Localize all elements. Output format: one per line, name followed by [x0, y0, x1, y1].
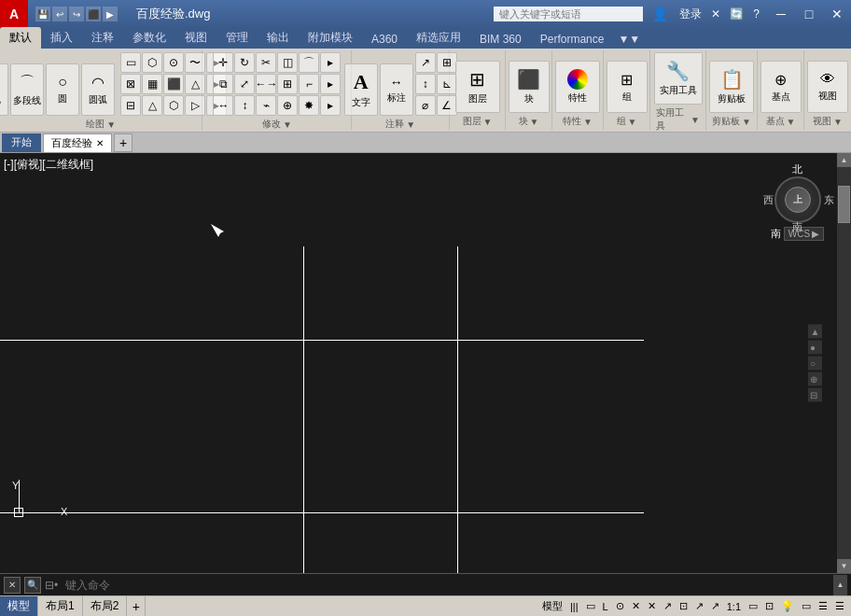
redo-button[interactable]: ↪: [69, 7, 84, 21]
modify-group-label[interactable]: 修改 ▼: [262, 118, 292, 131]
anno-toggle[interactable]: ▭: [746, 597, 760, 616]
trim-tool[interactable]: ✂: [256, 52, 276, 73]
scale-display[interactable]: 1:1: [724, 597, 744, 616]
hatch-tool[interactable]: ⊠: [120, 74, 141, 94]
command-input[interactable]: [62, 577, 830, 594]
customize-toggle[interactable]: ☰: [816, 597, 830, 616]
minimize-button[interactable]: ─: [767, 0, 795, 28]
modify-expand-icon[interactable]: ▼: [283, 119, 292, 130]
cmd-close-button[interactable]: ✕: [4, 577, 21, 594]
tab-insert[interactable]: 插入: [41, 27, 82, 49]
more-mod1[interactable]: ▸: [320, 52, 341, 73]
model-tab[interactable]: 模型: [0, 596, 38, 617]
tab-annotate[interactable]: 注释: [82, 27, 123, 49]
undo-button[interactable]: ↩: [52, 7, 67, 21]
close-button[interactable]: ✕: [823, 0, 851, 28]
zoom-btn4[interactable]: ⊕: [808, 372, 822, 386]
compass-circle[interactable]: 西 东 南 上: [774, 176, 821, 223]
gradient-tool[interactable]: ▦: [142, 74, 162, 94]
revision-tool[interactable]: △: [142, 95, 162, 116]
annotate-group-label[interactable]: 注释 ▼: [385, 118, 415, 131]
explode-tool[interactable]: ✸: [299, 95, 319, 116]
clipboard-tool[interactable]: 📋 剪贴板: [709, 61, 754, 113]
zoom-btn1[interactable]: ▲: [808, 325, 822, 339]
layer-tool[interactable]: ⊞ 图层: [455, 61, 500, 113]
start-tab[interactable]: 开始: [2, 133, 41, 152]
scroll-down-button[interactable]: ▼: [837, 559, 851, 573]
lengthen-tool[interactable]: ↕: [234, 95, 255, 116]
login-button[interactable]: 登录: [676, 7, 705, 22]
grid-toggle[interactable]: |||: [567, 597, 581, 616]
group-group-label[interactable]: 组 ▼: [617, 115, 637, 128]
ui-toggle[interactable]: ☰: [832, 597, 847, 616]
basepoint-expand-icon[interactable]: ▼: [787, 117, 796, 127]
block-tool[interactable]: ⬛ 块: [509, 61, 550, 113]
tab-parametric[interactable]: 参数化: [123, 27, 175, 49]
ortho-toggle[interactable]: L: [600, 597, 611, 616]
text-tool[interactable]: A 文字: [344, 63, 378, 116]
scroll-track[interactable]: [837, 167, 851, 559]
chamfer-tool[interactable]: ⌐: [299, 74, 319, 94]
tab-a360[interactable]: A360: [362, 30, 407, 49]
tab-default[interactable]: 默认: [0, 27, 41, 49]
boundary-tool[interactable]: ⬛: [163, 74, 184, 94]
user-icon[interactable]: 👤: [647, 7, 674, 21]
more-button[interactable]: ▶: [103, 7, 118, 21]
block-group-label[interactable]: 块 ▼: [519, 115, 539, 128]
layer-expand-icon[interactable]: ▼: [483, 117, 493, 127]
view-tool[interactable]: 👁 视图: [807, 61, 848, 113]
canvas-area[interactable]: [-][俯视][二维线框] 北 西 东: [0, 153, 837, 573]
wipeout-tool[interactable]: ⊟: [120, 95, 141, 116]
zoom-btn2[interactable]: ●: [808, 341, 822, 355]
exchange-icon[interactable]: 🔄: [726, 7, 747, 21]
more-mod3[interactable]: ▸: [320, 95, 341, 116]
maximize-button[interactable]: □: [795, 0, 823, 28]
zoom-btn3[interactable]: ○: [808, 357, 822, 371]
otrack-toggle[interactable]: ✕: [645, 597, 659, 616]
fillet-tool[interactable]: ⌒: [299, 52, 319, 73]
more-mod2[interactable]: ▸: [320, 74, 341, 94]
circle-tool[interactable]: ○ 圆: [46, 63, 79, 116]
add-layout-button[interactable]: +: [127, 596, 146, 617]
layout1-tab[interactable]: 布局1: [38, 596, 83, 617]
doc-tab-close[interactable]: ✕: [96, 138, 104, 148]
right-scrollbar[interactable]: ▲ ▼: [837, 153, 851, 573]
basepoint-tool[interactable]: ⊕ 基点: [760, 61, 802, 113]
save-button[interactable]: 💾: [35, 7, 50, 21]
polar-toggle[interactable]: ⊙: [613, 597, 627, 616]
model-toggle[interactable]: 模型: [539, 597, 565, 616]
scale-tool[interactable]: ⤢: [234, 74, 255, 94]
scroll-thumb[interactable]: [838, 186, 850, 223]
tab-output[interactable]: 输出: [258, 27, 299, 49]
tab-view[interactable]: 视图: [175, 27, 216, 49]
dim3-small[interactable]: ⌀: [415, 95, 436, 116]
tab-featured[interactable]: 精选应用: [407, 27, 470, 49]
tab-bim360[interactable]: BIM 360: [470, 30, 531, 49]
fullscreen-toggle[interactable]: ▭: [799, 597, 814, 616]
rectangle-tool[interactable]: ▭: [120, 52, 141, 73]
new-tab-button[interactable]: +: [114, 133, 133, 152]
utilities-expand-icon[interactable]: ▼: [691, 115, 700, 125]
dim-small[interactable]: ↕: [415, 74, 436, 94]
view-expand-icon[interactable]: ▼: [833, 117, 843, 127]
properties-group-label[interactable]: 特性 ▼: [563, 115, 593, 128]
array-tool[interactable]: ⊞: [277, 74, 298, 94]
compass-inner[interactable]: 上: [785, 187, 811, 213]
group-expand-icon[interactable]: ▼: [628, 117, 637, 127]
layer-group-label[interactable]: 图层 ▼: [463, 115, 493, 128]
clipboard-expand-icon[interactable]: ▼: [742, 117, 751, 127]
dim-tool[interactable]: ↔ 标注: [380, 63, 413, 116]
mirror-tool[interactable]: ◫: [277, 52, 298, 73]
utilities-group-label[interactable]: 实用工具 ▼: [656, 106, 700, 133]
rotate-tool[interactable]: ↻: [234, 52, 255, 73]
info-icon[interactable]: ✕: [707, 7, 724, 21]
break-tool[interactable]: ⌁: [256, 95, 276, 116]
isolate-toggle[interactable]: 💡: [778, 597, 797, 616]
extend-tool[interactable]: ←→: [256, 74, 276, 94]
doc-tab-main[interactable]: 百度经验 ✕: [43, 133, 112, 152]
polygon-tool[interactable]: ⬡: [142, 52, 162, 73]
properties-tool[interactable]: 特性: [555, 61, 600, 113]
osnap-toggle[interactable]: ✕: [629, 597, 643, 616]
wcs-button[interactable]: WCS ▶: [784, 227, 824, 241]
group-tool[interactable]: ⊞ 组: [607, 61, 648, 113]
